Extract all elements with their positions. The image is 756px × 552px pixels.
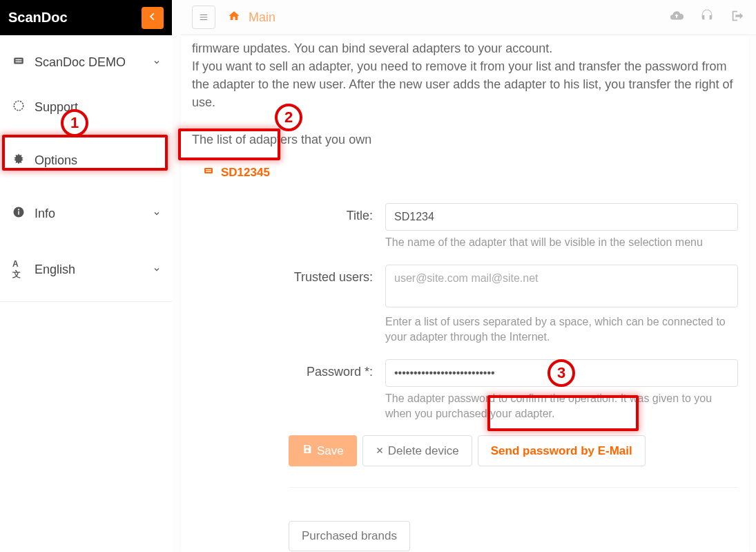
svg-rect-1 <box>16 59 22 61</box>
content-paragraph: firmware updates. You can bind several a… <box>192 39 738 57</box>
adapter-icon <box>203 165 214 180</box>
password-hint: The adapter password to confirm the oper… <box>385 391 738 422</box>
brand-logo: ScanDoc <box>8 10 68 26</box>
sidebar-item-label: Options <box>35 153 77 168</box>
svg-rect-6 <box>18 211 19 215</box>
svg-point-3 <box>14 101 23 111</box>
logout-icon[interactable] <box>730 8 745 27</box>
divider <box>0 301 172 302</box>
adapters-list-label: The list of adapters that you own <box>192 131 738 149</box>
breadcrumb[interactable]: Main <box>228 10 275 26</box>
content-paragraph: If you want to sell an adapter, you need… <box>192 57 738 111</box>
chevron-down-icon <box>153 209 161 220</box>
adapter-form: Title: The name of the adapter that will… <box>192 203 738 551</box>
svg-rect-2 <box>16 61 22 63</box>
title-hint: The name of the adapter that will be vis… <box>385 235 738 250</box>
annotation-marker-2: 2 <box>275 104 302 131</box>
gear-icon <box>12 153 26 169</box>
arrow-left-icon <box>148 12 157 24</box>
save-label: Save <box>317 444 344 458</box>
sidebar-item-info[interactable]: Info <box>0 196 172 231</box>
chevron-down-icon <box>153 265 161 276</box>
send-password-email-button[interactable]: Send password by E-Mail <box>478 435 646 466</box>
svg-point-7 <box>18 209 19 210</box>
topbar: Main <box>181 0 756 35</box>
annotation-marker-1: 1 <box>61 109 88 137</box>
device-icon <box>12 55 26 70</box>
language-icon: A文 <box>12 259 26 280</box>
svg-rect-8 <box>204 168 213 173</box>
password-label: Password *: <box>289 359 385 379</box>
trusted-users-input[interactable] <box>385 265 738 307</box>
trusted-users-hint: Enter a list of users separated by a spa… <box>385 314 738 345</box>
sidebar-header: ScanDoc <box>0 0 172 35</box>
annotation-marker-3: 3 <box>547 359 575 387</box>
chevron-down-icon <box>153 57 161 68</box>
sidebar-item-language[interactable]: A文 English <box>0 249 172 290</box>
adapter-tab-sd12345[interactable]: SD12345 <box>192 158 281 187</box>
breadcrumb-main: Main <box>249 10 275 25</box>
cloud-upload-icon[interactable] <box>669 8 684 27</box>
purchased-brands-button[interactable]: Purchased brands <box>289 521 410 551</box>
purchased-brands-label: Purchased brands <box>302 529 397 543</box>
save-icon <box>302 444 313 458</box>
svg-rect-0 <box>14 58 23 64</box>
svg-rect-9 <box>206 169 211 170</box>
topbar-actions <box>669 8 745 27</box>
sidebar-item-scandoc-demo[interactable]: ScanDoc DEMO <box>0 45 172 80</box>
hamburger-button[interactable] <box>192 6 215 29</box>
title-label: Title: <box>289 203 385 223</box>
sidebar-item-label: English <box>35 263 75 277</box>
home-icon <box>228 10 240 26</box>
title-input[interactable] <box>385 203 738 231</box>
adapter-tab-label: SD12345 <box>221 166 270 180</box>
headset-icon[interactable] <box>699 8 715 27</box>
sidebar-item-label: Info <box>35 207 55 221</box>
form-actions: Save Delete device Send password by E-Ma… <box>289 435 738 466</box>
divider <box>289 487 738 488</box>
close-icon <box>376 444 384 458</box>
sidebar: ScanDoc ScanDoc DEMO Support Options I <box>0 0 172 552</box>
delete-device-button[interactable]: Delete device <box>362 435 472 466</box>
sidebar-item-label: ScanDoc DEMO <box>35 55 126 70</box>
support-icon <box>12 99 26 115</box>
info-icon <box>12 206 26 222</box>
main-content: firmware updates. You can bind several a… <box>181 35 749 552</box>
sidebar-item-options[interactable]: Options <box>0 143 172 178</box>
collapse-sidebar-button[interactable] <box>142 7 164 29</box>
send-email-label: Send password by E-Mail <box>491 444 632 458</box>
trusted-users-label: Trusted users: <box>289 265 385 285</box>
save-button[interactable]: Save <box>289 435 357 466</box>
svg-rect-10 <box>206 171 211 172</box>
delete-label: Delete device <box>388 444 459 458</box>
